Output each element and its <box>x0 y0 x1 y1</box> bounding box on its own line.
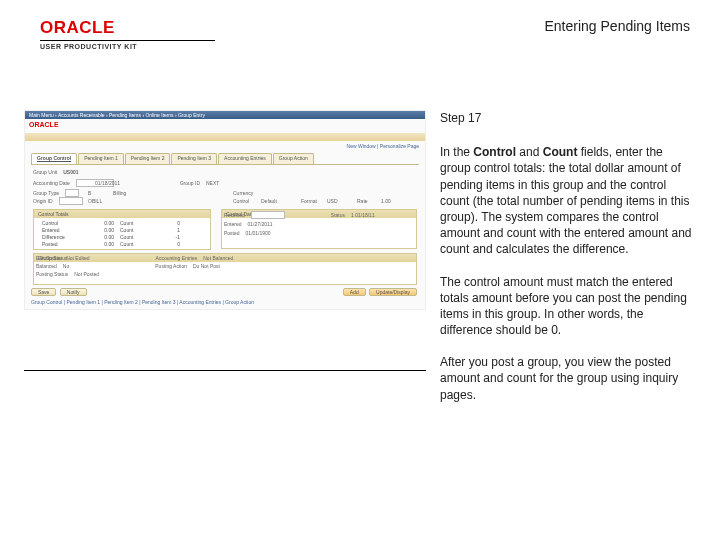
brand-subtitle: USER PRODUCTIVITY KIT <box>40 43 215 50</box>
tab-group-control[interactable]: Group Control <box>31 153 77 164</box>
tab-pending-3[interactable]: Pending Item 3 <box>171 153 217 164</box>
tab-strip: Group Control Pending Item 1 Pending Ite… <box>31 153 419 165</box>
footer-bar: Save Notify Add Update/Display Group Con… <box>31 288 419 305</box>
tab-group-action[interactable]: Group Action <box>273 153 314 164</box>
control-totals-grid: Control0.00Count0 Entered0.00Count1 Diff… <box>42 220 202 247</box>
page-links: New Window | Personalize Page <box>347 143 419 149</box>
label: Group Unit <box>33 169 57 175</box>
value: Default <box>261 198 277 204</box>
divider <box>24 370 426 371</box>
value: B <box>88 190 91 196</box>
page-title: Entering Pending Items <box>544 18 690 34</box>
save-button[interactable]: Save <box>31 288 56 296</box>
value: USD <box>327 198 338 204</box>
update-button[interactable]: Update/Display <box>369 288 417 296</box>
label: Accounting Date <box>33 180 70 186</box>
group-type-field[interactable] <box>65 189 79 197</box>
label: Format <box>301 198 317 204</box>
label: Rate <box>357 198 368 204</box>
tab-accounting[interactable]: Accounting Entries <box>218 153 272 164</box>
instruction-para-1: In the Control and Count fields, enter t… <box>440 144 696 257</box>
origin-id-field[interactable] <box>59 197 83 205</box>
app-brand: ORACLE <box>29 121 59 128</box>
label: Group ID <box>180 180 200 186</box>
value: 01/18/2011 <box>95 180 120 186</box>
brand-logo: ORACLE USER PRODUCTIVITY KIT <box>40 18 215 50</box>
brand-name: ORACLE <box>40 18 215 38</box>
received-field[interactable] <box>251 211 285 219</box>
section-header: Control Totals <box>34 210 210 218</box>
value: 1.00 <box>381 198 391 204</box>
breadcrumb: Main Menu › Accounts Receivable › Pendin… <box>29 112 205 118</box>
value: OBILL <box>88 198 102 204</box>
add-button[interactable]: Add <box>343 288 366 296</box>
value: US001 <box>63 169 78 175</box>
footer-breadcrumb: Group Control | Pending Item 1 | Pending… <box>31 299 419 305</box>
notify-button[interactable]: Notify <box>60 288 87 296</box>
instruction-para-2: The control amount must match the entere… <box>440 274 696 339</box>
label: Currency <box>233 190 253 196</box>
instruction-para-3: After you post a group, you view the pos… <box>440 354 696 403</box>
tab-pending-1[interactable]: Pending Item 1 <box>78 153 124 164</box>
app-screenshot: Main Menu › Accounts Receivable › Pendin… <box>24 110 426 310</box>
value: NEXT <box>206 180 219 186</box>
instruction-column: Step 17 In the Control and Count fields,… <box>440 110 696 419</box>
label: Group Type <box>33 190 59 196</box>
value: Billing <box>113 190 126 196</box>
step-label: Step 17 <box>440 110 696 126</box>
label: Control <box>233 198 249 204</box>
label: Origin ID <box>33 198 53 204</box>
tab-pending-2[interactable]: Pending Item 2 <box>125 153 171 164</box>
